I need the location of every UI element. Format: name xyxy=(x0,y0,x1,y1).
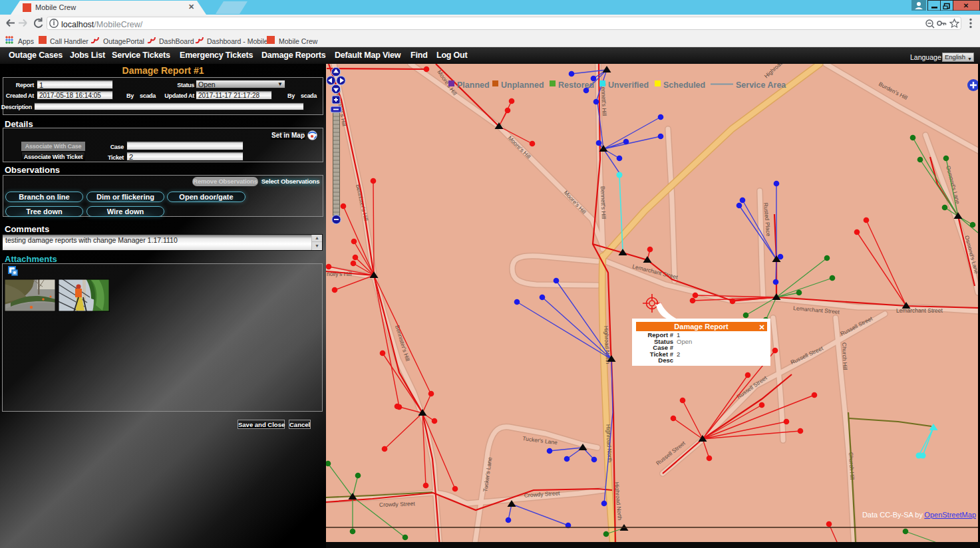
svg-text:Unplanned: Unplanned xyxy=(501,80,544,90)
svg-text:✕: ✕ xyxy=(758,323,764,331)
svg-text:Crowdy Street: Crowdy Street xyxy=(379,500,416,508)
svg-text:Planned: Planned xyxy=(457,80,490,90)
svg-text:Service Area: Service Area xyxy=(736,80,786,90)
svg-text:Open: Open xyxy=(677,338,692,345)
svg-text:Damage Report: Damage Report xyxy=(674,323,729,331)
svg-text:Scheduled: Scheduled xyxy=(663,80,705,90)
svg-text:Church Hill: Church Hill xyxy=(841,342,848,370)
svg-text:Data CC-By-SA by: Data CC-By-SA by xyxy=(862,511,923,519)
svg-text:Bennett's Hill: Bennett's Hill xyxy=(599,186,607,219)
svg-text:Desc: Desc xyxy=(658,356,673,364)
svg-text:OpenStreetMap: OpenStreetMap xyxy=(924,511,976,519)
svg-text:Unverified: Unverified xyxy=(608,80,649,90)
svg-text:2: 2 xyxy=(677,350,680,358)
svg-text:✕: ✕ xyxy=(963,2,969,9)
svg-text:Restored: Restored xyxy=(558,80,594,90)
svg-text:Bennett's Hill: Bennett's Hill xyxy=(600,83,608,116)
